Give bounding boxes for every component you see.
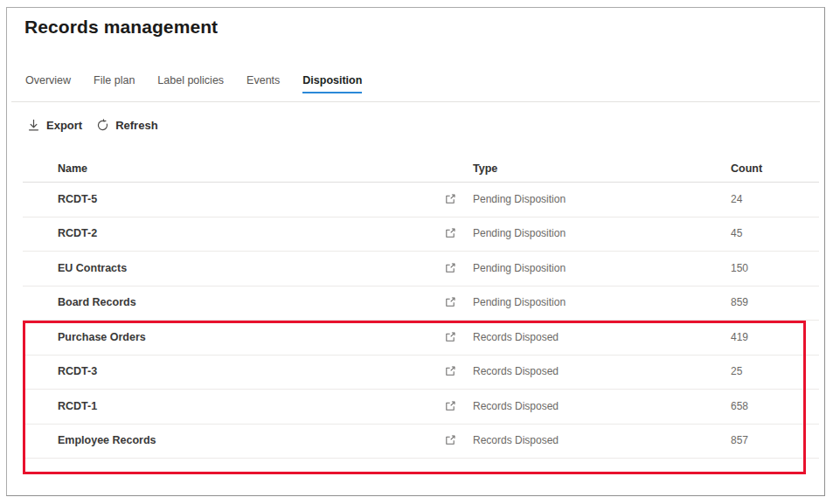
row-type: Records Disposed — [473, 331, 559, 343]
row-name[interactable]: RCDT-3 — [58, 365, 97, 377]
row-type: Pending Disposition — [473, 262, 566, 274]
row-count: 419 — [731, 331, 748, 343]
row-name[interactable]: Employee Records — [58, 434, 156, 446]
tab-disposition[interactable]: Disposition — [302, 74, 362, 93]
tabs-divider — [11, 101, 820, 102]
table-row[interactable]: RCDT-5 Pending Disposition 24 — [23, 182, 819, 217]
refresh-button[interactable]: Refresh — [96, 119, 157, 132]
open-in-new-window-icon[interactable] — [444, 262, 456, 274]
disposition-table: RCDT-5 Pending Disposition 24 RCDT-2 Pen… — [23, 182, 819, 459]
records-management-panel: Records management Overview File plan La… — [6, 7, 825, 496]
row-name[interactable]: RCDT-5 — [58, 193, 97, 205]
refresh-icon — [96, 119, 109, 132]
row-name[interactable]: RCDT-2 — [58, 227, 97, 239]
tab-bar: Overview File plan Label policies Events… — [25, 74, 362, 93]
page-title: Records management — [24, 17, 218, 38]
row-count: 658 — [731, 400, 748, 412]
row-count: 857 — [731, 434, 748, 446]
table-row[interactable]: Employee Records Records Disposed 857 — [23, 424, 819, 459]
table-row[interactable]: RCDT-3 Records Disposed 25 — [23, 355, 819, 390]
row-name[interactable]: EU Contracts — [58, 262, 127, 274]
row-type: Pending Disposition — [473, 227, 566, 239]
table-row[interactable]: RCDT-1 Records Disposed 658 — [23, 389, 819, 425]
column-header-count[interactable]: Count — [731, 162, 762, 175]
open-in-new-window-icon[interactable] — [444, 227, 456, 239]
download-icon — [27, 119, 40, 132]
row-name[interactable]: RCDT-1 — [58, 400, 97, 412]
open-in-new-window-icon[interactable] — [444, 331, 456, 343]
tab-events[interactable]: Events — [246, 74, 280, 92]
row-count: 45 — [731, 227, 742, 239]
open-in-new-window-icon[interactable] — [444, 296, 456, 308]
column-header-type[interactable]: Type — [473, 162, 497, 175]
table-header: Name Type Count — [23, 155, 819, 183]
row-count: 24 — [731, 193, 742, 205]
row-type: Pending Disposition — [473, 296, 566, 308]
row-type: Pending Disposition — [473, 193, 566, 205]
table-row[interactable]: EU Contracts Pending Disposition 150 — [23, 251, 819, 287]
open-in-new-window-icon[interactable] — [444, 365, 456, 377]
row-name[interactable]: Board Records — [58, 296, 136, 308]
open-in-new-window-icon[interactable] — [444, 400, 456, 412]
refresh-label: Refresh — [115, 119, 157, 132]
row-count: 150 — [731, 262, 748, 274]
row-type: Records Disposed — [473, 365, 559, 377]
table-row[interactable]: Purchase Orders Records Disposed 419 — [23, 320, 819, 356]
column-header-name[interactable]: Name — [58, 162, 87, 175]
tab-file-plan[interactable]: File plan — [94, 74, 135, 92]
export-button[interactable]: Export — [27, 119, 82, 132]
export-label: Export — [46, 119, 82, 132]
row-count: 859 — [731, 296, 748, 308]
row-count: 25 — [731, 365, 742, 377]
row-name[interactable]: Purchase Orders — [58, 331, 146, 343]
open-in-new-window-icon[interactable] — [444, 434, 456, 446]
row-type: Records Disposed — [473, 400, 559, 412]
table-row[interactable]: Board Records Pending Disposition 859 — [23, 286, 819, 321]
tab-overview[interactable]: Overview — [25, 74, 71, 92]
open-in-new-window-icon[interactable] — [444, 193, 456, 205]
tab-label-policies[interactable]: Label policies — [157, 74, 224, 92]
toolbar: Export Refresh — [27, 117, 158, 133]
table-row[interactable]: RCDT-2 Pending Disposition 45 — [23, 217, 819, 252]
row-type: Records Disposed — [473, 434, 559, 446]
